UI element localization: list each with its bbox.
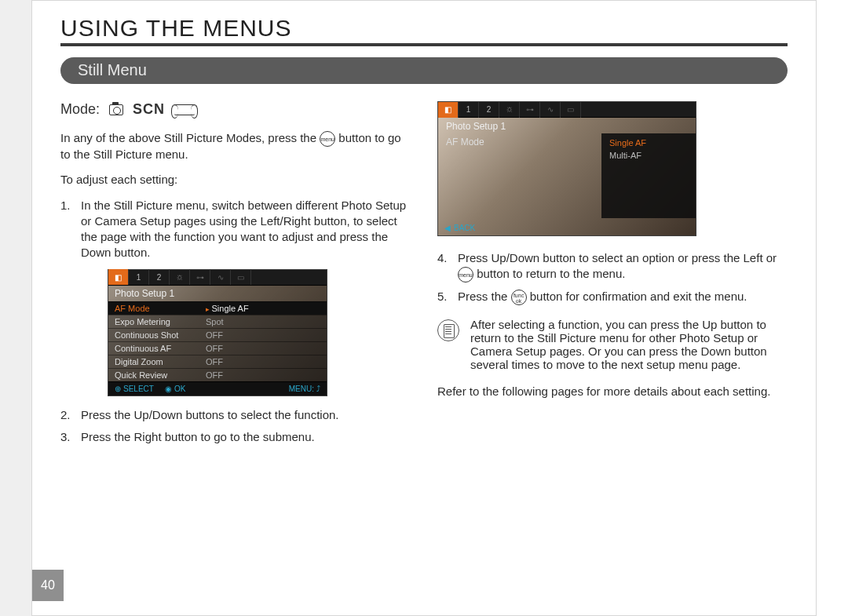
- mode-label: Mode:: [60, 101, 100, 118]
- step-3: 3. Press the Right button to go to the s…: [60, 429, 411, 445]
- manual-page: USING THE MENUS Still Menu Mode: SCN In …: [31, 0, 817, 616]
- lcd1-tab-2: 2: [149, 269, 170, 285]
- camera-icon: [109, 104, 123, 115]
- right-column: ◧ 1 2 ⛭ ⊶ ∿ ▭ Photo Setup 1 AF Mode Sing…: [437, 101, 788, 451]
- page-heading: USING THE MENUS: [60, 15, 788, 42]
- lcd1-row-zoom: Digital Zoom OFF: [108, 355, 327, 368]
- section-pill: Still Menu: [60, 57, 788, 84]
- step-5: 5. Press the func ok button for confirma…: [437, 289, 788, 305]
- adjust-label: To adjust each setting:: [60, 172, 411, 188]
- step-1: 1. In the Still Picture menu, switch bet…: [60, 198, 411, 261]
- step-4: 4. Press Up/Down button to select an opt…: [437, 250, 788, 282]
- lcd1-row-contshot: Continuous Shot OFF: [108, 328, 327, 341]
- lcd2-back: ◀ BACK: [444, 224, 475, 232]
- step-2: 2. Press the Up/Down buttons to select t…: [60, 407, 411, 423]
- lcd-submenu: ◧ 1 2 ⛭ ⊶ ∿ ▭ Photo Setup 1 AF Mode Sing…: [437, 101, 696, 236]
- lcd1-header: Photo Setup 1: [108, 286, 327, 301]
- lcd1-row-review: Quick Review OFF: [108, 368, 327, 381]
- intro-paragraph: In any of the above Still Picture Modes,…: [60, 130, 411, 162]
- func-ok-button-icon: func ok: [511, 290, 527, 305]
- lcd1-tab-wave-icon: ∿: [210, 269, 231, 285]
- lcd2-tabs: ◧ 1 2 ⛭ ⊶ ∿ ▭: [438, 102, 696, 118]
- lcd2-opt-single: Single AF: [609, 137, 688, 149]
- note-block: After selecting a function, you can pres…: [437, 318, 788, 371]
- lcd2-tab-camera-icon: ◧: [438, 102, 459, 118]
- menu-button-icon: menu: [320, 131, 335, 147]
- mode-line: Mode: SCN: [60, 101, 411, 118]
- left-column: Mode: SCN In any of the above Still Pict…: [60, 101, 411, 451]
- lcd1-foot-select: ⊕ SELECT: [115, 385, 154, 393]
- lcd2-opt-multi: Multi-AF: [609, 149, 688, 162]
- lcd1-row-contaf: Continuous AF OFF: [108, 341, 327, 355]
- lcd1-row-afmode: AF Mode Single AF: [108, 301, 327, 315]
- lcd1-foot-menu: MENU: ⤴: [289, 385, 320, 393]
- note-icon: [437, 319, 459, 341]
- panorama-icon: [174, 104, 195, 115]
- lcd1-tab-screen-icon: ▭: [231, 269, 251, 285]
- lcd2-header: Photo Setup 1: [438, 118, 696, 135]
- page-title-bar: USING THE MENUS: [60, 15, 788, 46]
- page-number: 40: [32, 570, 64, 601]
- mode-scn: SCN: [133, 101, 165, 118]
- note-text: After selecting a function, you can pres…: [470, 318, 788, 371]
- lcd2-options: Single AF Multi-AF: [601, 133, 696, 218]
- menu-button-icon: menu: [458, 267, 473, 282]
- refer-paragraph: Refer to the following pages for more de…: [437, 384, 788, 399]
- lcd1-tab-key-icon: ⊶: [190, 269, 210, 285]
- lcd1-tab-wrench-icon: ⛭: [170, 269, 190, 285]
- lcd1-foot-ok: ◉ OK: [165, 385, 185, 393]
- lcd1-tab-1: 1: [129, 269, 149, 285]
- lcd-still-menu: ◧ 1 2 ⛭ ⊶ ∿ ▭ Photo Setup 1 AF Mode Sing…: [108, 269, 327, 396]
- lcd1-footer: ⊕ SELECT ◉ OK MENU: ⤴: [108, 381, 327, 395]
- lcd1-row-expo: Expo Metering Spot: [108, 315, 327, 328]
- lcd1-tabs: ◧ 1 2 ⛭ ⊶ ∿ ▭: [108, 270, 327, 286]
- section-title: Still Menu: [78, 61, 147, 78]
- lcd1-tab-camera-icon: ◧: [108, 269, 129, 285]
